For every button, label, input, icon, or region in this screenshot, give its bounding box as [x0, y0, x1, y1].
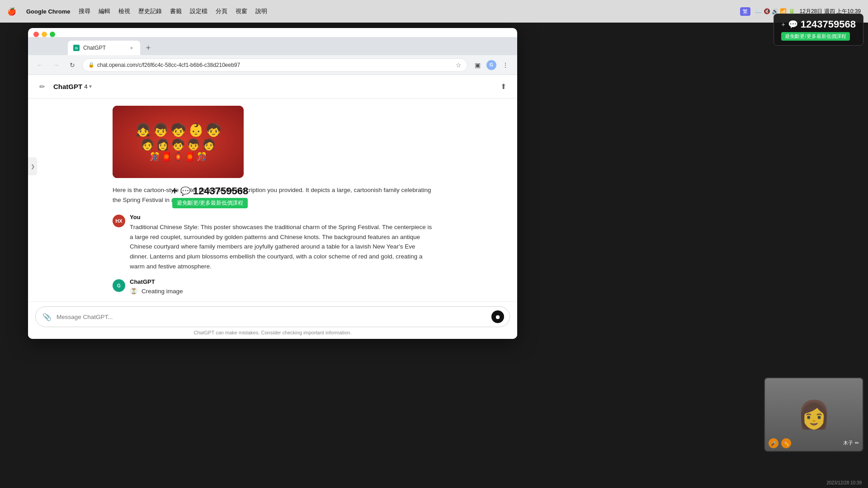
- generated-image: 👧👦🧒👶🧒 🧑👩🧒👦🧑 🎊🧧🏮🧧🎊: [113, 106, 244, 178]
- wechat-plus-sign: +: [781, 21, 785, 28]
- chatgpt-title-text: ChatGPT: [53, 83, 82, 90]
- menu-history[interactable]: 歷史記錄: [138, 7, 162, 15]
- toolbar-icons: ▣ G ⋮: [471, 59, 512, 71]
- active-tab[interactable]: G ChatGPT ×: [68, 41, 140, 55]
- menu-help[interactable]: 說明: [255, 7, 267, 15]
- sidebar-chevron-icon: ❯: [31, 164, 35, 169]
- back-button[interactable]: ←: [33, 59, 46, 71]
- menu-window[interactable]: 視窗: [236, 7, 247, 15]
- new-tab-button[interactable]: +: [142, 42, 155, 54]
- url-text: chat.openai.com/c/f26f6c4c-58cc-4cf1-b6b…: [97, 62, 453, 68]
- chat-scroll-area[interactable]: 👧👦🧒👶🧒 🧑👩🧒👦🧑 🎊🧧🏮🧧🎊: [28, 99, 517, 301]
- video-name: 木子 ✏: [843, 440, 859, 446]
- user-message-content: You Traditional Chinese Style: This post…: [130, 214, 433, 271]
- window-maximize-button[interactable]: [50, 32, 55, 37]
- bookmark-star-icon[interactable]: ☆: [456, 61, 462, 69]
- wechat-top-overlay[interactable]: + 💬 1243759568 避免斷更/更多最新低價課程: [774, 14, 863, 46]
- new-chat-button[interactable]: ✏: [35, 80, 49, 94]
- wechat-icon: 💬: [788, 19, 798, 29]
- sidebar-toggle-icon[interactable]: ▣: [471, 59, 484, 71]
- tab-favicon: G: [73, 45, 80, 51]
- message-input[interactable]: [57, 314, 488, 320]
- chatgpt-content-area: ✏ ChatGPT 4 ▾ ⬆: [28, 75, 517, 339]
- more-options-icon[interactable]: ⋮: [499, 59, 512, 71]
- creating-image-text: Creating image: [142, 288, 183, 295]
- tab-bar: G ChatGPT × +: [28, 37, 517, 55]
- menu-bookmarks[interactable]: 書籤: [170, 7, 182, 15]
- video-mic-button[interactable]: 🎤: [769, 438, 778, 448]
- menu-edit[interactable]: 編輯: [99, 7, 110, 15]
- chatgpt-version[interactable]: 4: [84, 83, 87, 90]
- user-name: You: [130, 214, 433, 221]
- tab-label: ChatGPT: [83, 45, 106, 51]
- browser-window: G ChatGPT × + ← → ↻ 🔒 chat.openai.com/c/…: [28, 28, 517, 339]
- forward-button[interactable]: →: [50, 59, 62, 71]
- wechat-subtitle: 避免斷更/更多最新低價課程: [781, 32, 849, 41]
- chatgpt-header: ✏ ChatGPT 4 ▾ ⬆: [28, 75, 517, 99]
- profile-circle[interactable]: G: [486, 60, 496, 70]
- tab-close-button[interactable]: ×: [128, 45, 135, 51]
- app-name[interactable]: Google Chrome: [26, 8, 71, 15]
- menubar: 🍎 Google Chrome 搜尋 編輯 檢視 歷史記錄 書籤 設定檔 分頁 …: [0, 0, 868, 23]
- chatgpt-title: ChatGPT 4 ▾: [53, 83, 92, 90]
- image-description: Here is the cartoon-style poster based o…: [113, 185, 433, 205]
- message-input-box[interactable]: 📎 ⏺: [35, 306, 510, 327]
- video-person-name: 木子: [843, 440, 853, 446]
- video-person-face: 👩: [797, 399, 831, 431]
- menu-tabs[interactable]: 分頁: [216, 7, 227, 15]
- window-close-button[interactable]: [33, 32, 39, 37]
- assistant-message: G ChatGPT ⏳ Creating image: [113, 278, 433, 295]
- video-edit-icon[interactable]: ✏: [855, 440, 859, 446]
- address-input[interactable]: 🔒 chat.openai.com/c/f26f6c4c-58cc-4cf1-b…: [82, 58, 467, 72]
- menu-search[interactable]: 搜尋: [79, 7, 90, 15]
- menu-view[interactable]: 檢視: [118, 7, 130, 15]
- sidebar-toggle[interactable]: ❯: [28, 157, 37, 175]
- share-button[interactable]: ⬆: [496, 80, 510, 94]
- image-message: 👧👦🧒👶🧒 🧑👩🧒👦🧑 🎊🧧🏮🧧🎊: [113, 106, 433, 178]
- page-timestamp: 2023/12/28 10:39: [826, 480, 862, 485]
- assistant-message-content: ChatGPT ⏳ Creating image: [130, 278, 433, 295]
- refresh-button[interactable]: ↻: [66, 59, 79, 71]
- address-bar: ← → ↻ 🔒 chat.openai.com/c/f26f6c4c-58cc-…: [28, 55, 517, 75]
- security-lock-icon: 🔒: [88, 62, 94, 68]
- image-background: 👧👦🧒👶🧒 🧑👩🧒👦🧑 🎊🧧🏮🧧🎊: [113, 106, 244, 178]
- assistant-avatar: G: [113, 279, 125, 292]
- menu-profiles[interactable]: 設定檔: [190, 7, 208, 15]
- video-controls: 🎤 ✏️: [769, 438, 791, 448]
- input-switcher[interactable]: 繁: [740, 7, 750, 16]
- user-message: HX You Traditional Chinese Style: This p…: [113, 214, 433, 271]
- user-text: Traditional Chinese Style: This poster s…: [130, 222, 433, 271]
- version-chevron-icon[interactable]: ▾: [89, 84, 92, 89]
- wechat-box: + 💬 1243759568 避免斷更/更多最新低價課程: [781, 19, 856, 41]
- creating-image-status: ⏳ Creating image: [130, 287, 433, 295]
- wechat-number: 1243759568: [801, 19, 856, 30]
- assistant-name: ChatGPT: [130, 278, 433, 285]
- input-area: 📎 ⏺ ChatGPT can make mistakes. Consider …: [28, 301, 517, 339]
- apple-menu[interactable]: 🍎: [7, 7, 16, 16]
- send-button[interactable]: ⏺: [491, 310, 504, 323]
- user-avatar: HX: [113, 215, 125, 227]
- disclaimer-text: ChatGPT can make mistakes. Consider chec…: [35, 330, 510, 335]
- spinner-icon: ⏳: [130, 287, 138, 295]
- video-call-overlay: 👩 🎤 ✏️ 木子 ✏: [764, 377, 863, 452]
- attach-button[interactable]: 📎: [41, 311, 53, 323]
- window-minimize-button[interactable]: [42, 32, 47, 37]
- video-camera-button[interactable]: ✏️: [781, 438, 791, 448]
- message-container: 👧👦🧒👶🧒 🧑👩🧒👦🧑 🎊🧧🏮🧧🎊: [105, 106, 440, 295]
